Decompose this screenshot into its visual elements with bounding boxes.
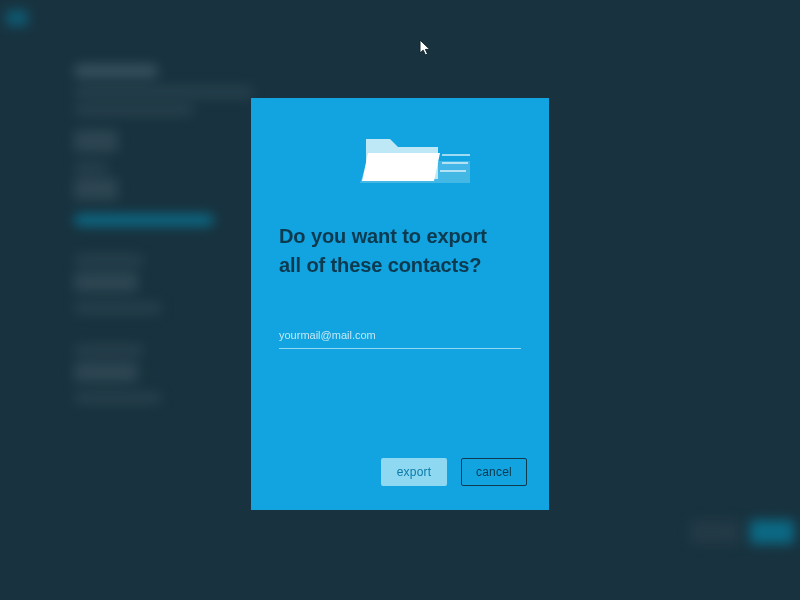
cancel-button[interactable]: cancel [461, 458, 527, 486]
dialog-title-line1: Do you want to export [279, 225, 487, 247]
folder-export-icon [251, 98, 549, 218]
export-contacts-dialog: Do you want to export all of these conta… [251, 98, 549, 510]
email-input[interactable] [279, 324, 521, 349]
dialog-title: Do you want to export all of these conta… [251, 218, 549, 280]
modal-overlay: Do you want to export all of these conta… [0, 0, 800, 600]
dialog-title-line2: all of these contacts? [279, 254, 481, 276]
export-button[interactable]: export [381, 458, 447, 486]
dialog-actions: export cancel [381, 458, 527, 486]
